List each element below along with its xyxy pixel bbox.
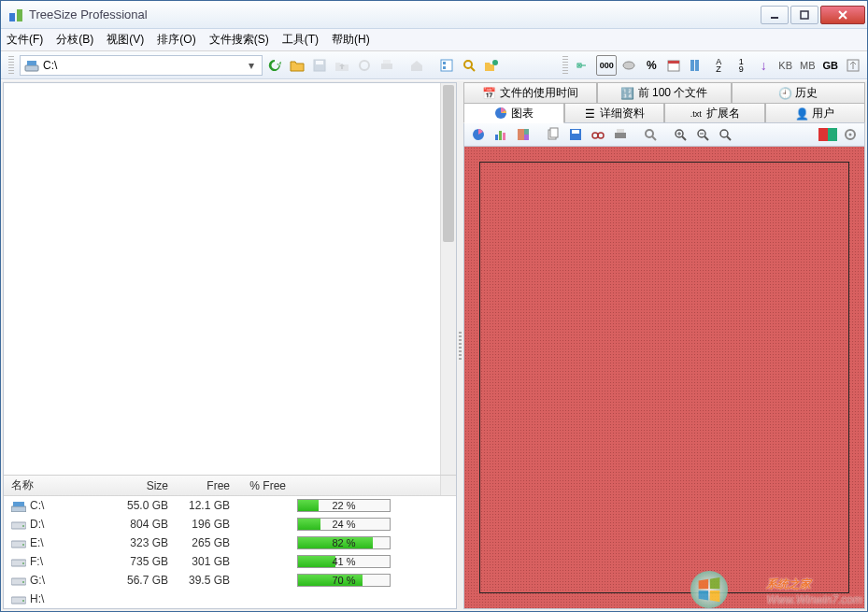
drive-selector-text: C:\ [43,59,245,72]
svg-rect-58 [615,133,626,138]
chart-bar-icon[interactable] [491,124,511,145]
minimize-button[interactable] [761,6,789,24]
svg-point-23 [623,62,634,69]
free-bar: 70 % [297,574,391,587]
zoom-in-icon[interactable] [670,124,690,145]
unit-kb[interactable]: KB [776,60,795,71]
main-toolbar: C:\ ▾ 000 % AZ 19 ↓ KB MB GB [1,51,867,79]
svg-rect-6 [25,65,38,71]
tab-top100[interactable]: 🔢 前 100 个文件 [597,82,731,103]
menu-sort[interactable]: 排序(O) [157,32,195,48]
app-icon [8,7,23,22]
tab-top100-label: 前 100 个文件 [638,85,708,101]
tabrow-top: 📅 文件的使用时间 🔢 前 100 个文件 🕘 历史 [463,82,865,103]
options-icon[interactable] [436,55,457,76]
tab-chart[interactable]: 图表 [463,103,564,123]
svg-rect-15 [443,66,446,69]
open-folder-icon[interactable] [287,55,307,76]
drive-icon [24,58,39,73]
tree-scrollbar[interactable] [440,83,456,475]
maximize-button[interactable] [790,6,818,24]
chart-print-icon[interactable] [610,124,631,145]
chevron-down-icon[interactable]: ▾ [245,59,258,72]
free-bar: 24 % [297,518,391,531]
chart-toolbar [463,122,865,147]
treemap-inner-block [479,162,849,593]
tab-history[interactable]: 🕘 历史 [732,82,865,103]
drive-scrollbar[interactable] [440,476,456,495]
chart-glasses-icon[interactable] [588,124,608,145]
free-bar: 41 % [297,555,391,568]
svg-rect-25 [668,61,679,64]
tab-file-age[interactable]: 📅 文件的使用时间 [463,82,597,103]
svg-rect-55 [572,130,579,134]
chart-save-icon[interactable] [565,124,586,145]
columns-icon[interactable] [686,55,706,76]
tab-file-age-label: 文件的使用时间 [500,85,578,101]
zoom-out-icon[interactable] [692,124,713,145]
chart-pie-icon[interactable] [468,124,489,145]
tree-view[interactable] [4,83,456,475]
col-free[interactable]: Free [176,479,237,492]
drive-row[interactable]: D:\804 GB196 GB24 % [4,515,456,534]
menu-view[interactable]: 视图(V) [107,32,144,48]
sort-19-icon[interactable]: 19 [731,55,751,76]
digit-group-icon[interactable]: 000 [596,55,617,76]
tab-details[interactable]: ☰ 详细资料 [564,103,665,123]
col-pct[interactable]: % Free [237,479,293,492]
drive-row[interactable]: E:\323 GB265 GB82 % [4,534,456,552]
menu-file[interactable]: 文件(F) [7,32,43,48]
color-swatch-icon[interactable] [818,124,838,145]
chart-find-icon[interactable] [640,124,661,145]
unit-mb[interactable]: MB [797,60,818,71]
config-icon [354,55,375,76]
drive-row[interactable]: G:\56.7 GB39.5 GB70 % [4,571,456,590]
tab-extensions[interactable]: .txt 扩展名 [664,103,765,123]
drive-row[interactable]: C:\55.0 GB12.1 GB22 % [4,496,456,515]
compare-icon[interactable] [481,55,502,76]
tree-expand-icon[interactable] [574,55,594,76]
menu-branch[interactable]: 分枝(B) [56,32,93,48]
col-size[interactable]: Size [114,479,176,492]
disk-icon[interactable] [619,55,639,76]
zoom-fit-icon[interactable] [715,124,735,145]
window-title: TreeSize Professional [29,7,761,21]
calendar-icon: 📅 [483,87,496,100]
tab-users[interactable]: 👤 用户 [765,103,866,123]
drive-row[interactable]: H:\ [4,590,456,608]
svg-rect-32 [11,506,26,512]
unit-gb[interactable]: GB [820,60,842,71]
svg-rect-26 [690,60,694,71]
left-pane: 名称 Size Free % Free C:\55.0 GB12.1 GB22 … [3,82,457,609]
drive-selector[interactable]: C:\ ▾ [20,55,263,76]
sort-az-icon[interactable]: AZ [708,55,729,76]
percent-icon[interactable]: % [641,55,662,76]
toolbar-grip[interactable] [8,56,14,75]
treemap-chart[interactable] [463,147,865,609]
drive-row[interactable]: F:\735 GB301 GB41 % [4,552,456,571]
menubar: 文件(F) 分枝(B) 视图(V) 排序(O) 文件搜索(S) 工具(T) 帮助… [1,29,867,51]
toolbar-grip-2[interactable] [562,56,568,75]
chart-treemap-icon[interactable] [513,124,534,145]
svg-point-69 [720,130,728,137]
col-name[interactable]: 名称 [4,477,114,493]
auto-unit-icon[interactable] [843,55,863,76]
splitter[interactable] [458,80,462,611]
free-bar: 22 % [297,499,391,512]
tab-history-label: 历史 [795,85,818,101]
svg-point-35 [22,525,24,527]
refresh-icon[interactable] [264,55,285,76]
chart-copy-icon[interactable] [543,124,563,145]
calendar-icon[interactable] [663,55,684,76]
svg-point-43 [22,600,24,602]
close-button[interactable] [820,6,865,24]
print-icon [377,55,397,76]
menu-help[interactable]: 帮助(H) [332,32,370,48]
menu-filesearch[interactable]: 文件搜索(S) [209,32,269,48]
history-icon: 🕘 [778,87,791,100]
chart-settings-icon[interactable] [840,124,861,145]
menu-tools[interactable]: 工具(T) [282,32,319,48]
svg-line-17 [471,67,475,71]
search-icon[interactable] [459,55,479,76]
sort-arrow-icon[interactable]: ↓ [753,55,774,76]
